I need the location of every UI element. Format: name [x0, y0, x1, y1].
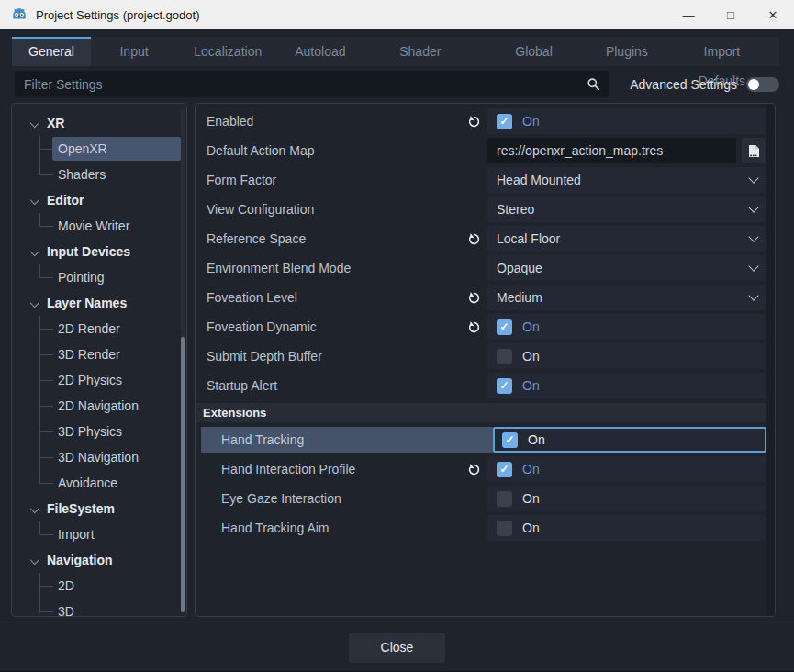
maximize-button[interactable]: □ [710, 0, 752, 29]
search-icon [587, 77, 600, 91]
tree-section-input-devices[interactable]: Input Devices [12, 239, 186, 264]
tab-localization[interactable]: Localization [177, 37, 278, 66]
revert-icon[interactable] [467, 320, 481, 334]
file-dialog-button[interactable] [742, 138, 766, 163]
main-panel-scrollbar[interactable] [766, 104, 775, 616]
tree-section-editor[interactable]: Editor [12, 187, 186, 213]
tree-section-xr[interactable]: XR [12, 110, 186, 136]
checkbox-startup-alert[interactable]: ✓ [497, 378, 512, 394]
setting-label: Environment Blend Mode [207, 261, 351, 275]
revert-icon[interactable] [467, 463, 481, 476]
chevron-down-icon[interactable] [30, 119, 39, 128]
advanced-settings-group: Advanced Settings [630, 77, 779, 92]
checkbox-hand-tracking-aim[interactable] [497, 521, 512, 536]
checkbox-state-label: On [522, 491, 540, 506]
tree-item-2d-navigation[interactable]: 2D Navigation [12, 393, 186, 419]
tree-section-layer-names[interactable]: Layer Names [12, 290, 186, 316]
tree-item-openxr[interactable]: OpenXR [12, 136, 186, 162]
action-map-path-field[interactable]: res://openxr_action_map.tres [487, 138, 736, 163]
tree-item-pointing[interactable]: Pointing [12, 264, 186, 290]
tree-item-2d-physics[interactable]: 2D Physics [12, 367, 186, 393]
chevron-down-icon[interactable] [30, 505, 39, 513]
tab-shader-globals[interactable]: Shader Globals [363, 37, 479, 66]
checkbox-foveation-dynamic[interactable]: ✓ [497, 319, 512, 335]
hand-tracking-value-focused: ✓ On [493, 427, 766, 453]
settings-tab-bar: General Input Map Localization Autoload … [12, 37, 779, 66]
foveation-level-dropdown[interactable]: Medium [487, 285, 766, 310]
checkbox-state-label: On [522, 378, 540, 393]
tree-item-movie-writer[interactable]: Movie Writer [12, 213, 186, 239]
filter-settings-search[interactable] [15, 71, 609, 97]
checkbox-submit-depth-buffer[interactable] [497, 349, 512, 364]
tab-plugins[interactable]: Plugins [589, 37, 665, 66]
close-window-button[interactable]: ✕ [752, 0, 794, 29]
setting-label: Submit Depth Buffer [207, 349, 322, 364]
setting-label: Foveation Dynamic [207, 319, 317, 334]
setting-row-enabled: Enabled ✓ On [196, 106, 766, 136]
revert-icon[interactable] [467, 115, 481, 129]
tree-item-navigation-3d[interactable]: 3D [12, 599, 186, 617]
tab-input-map[interactable]: Input Map [91, 37, 177, 66]
toggle-knob [748, 79, 759, 90]
setting-label: Enabled [207, 114, 253, 129]
tree-item-3d-render[interactable]: 3D Render [12, 342, 186, 367]
scrollbar-thumb[interactable] [181, 337, 185, 612]
setting-label: Hand Tracking Aim [221, 521, 330, 535]
setting-row-hand-tracking: Hand Tracking ✓ On [196, 425, 766, 454]
checkbox-state-label: On [522, 462, 540, 476]
tree-item-2d-render[interactable]: 2D Render [12, 316, 186, 342]
action-map-path-value: res://openxr_action_map.tres [497, 143, 663, 158]
checkbox-state-label: On [528, 432, 545, 447]
tab-import-defaults[interactable]: Import Defaults [665, 37, 779, 66]
tree-section-navigation[interactable]: Navigation [12, 547, 186, 573]
tree-section-filesystem[interactable]: FileSystem [12, 496, 186, 521]
checkbox-eye-gaze-interaction[interactable] [497, 491, 512, 507]
revert-icon[interactable] [467, 232, 481, 246]
reference-space-dropdown[interactable]: Local Floor [487, 226, 766, 252]
tab-general[interactable]: General [12, 37, 91, 66]
setting-label: View Configuration [207, 202, 314, 217]
chevron-down-icon[interactable] [30, 248, 39, 256]
tree-item-3d-physics[interactable]: 3D Physics [12, 419, 186, 444]
checkbox-state-label: On [522, 319, 540, 334]
tab-autoload[interactable]: Autoload [278, 37, 362, 66]
view-configuration-dropdown[interactable]: Stereo [487, 196, 766, 222]
chevron-down-icon [748, 290, 758, 300]
tree-item-import[interactable]: Import [12, 521, 186, 547]
revert-icon[interactable] [467, 291, 481, 305]
minimize-button[interactable]: — [667, 0, 710, 29]
chevron-down-icon [748, 231, 758, 241]
title-bar: Project Settings (project.godot) — □ ✕ [0, 0, 794, 29]
chevron-down-icon[interactable] [30, 299, 39, 308]
footer: Close [0, 622, 794, 672]
environment-blend-mode-dropdown[interactable]: Opaque [487, 255, 766, 281]
search-input[interactable] [24, 77, 587, 92]
chevron-down-icon[interactable] [30, 196, 39, 205]
extensions-section-header: Extensions [196, 403, 766, 422]
setting-label: Startup Alert [207, 378, 277, 393]
checkbox-hand-interaction-profile[interactable]: ✓ [497, 462, 512, 477]
setting-row-foveation-dynamic: Foveation Dynamic ✓ On [196, 312, 766, 342]
setting-row-submit-depth-buffer: Submit Depth Buffer On [196, 342, 766, 371]
setting-row-foveation-level: Foveation Level Medium [196, 283, 766, 312]
tree-item-avoidance[interactable]: Avoidance [12, 470, 186, 496]
tree-item-3d-navigation[interactable]: 3D Navigation [12, 444, 186, 470]
setting-row-eye-gaze-interaction: Eye Gaze Interaction On [196, 484, 766, 513]
setting-row-hand-tracking-aim: Hand Tracking Aim On [196, 513, 766, 543]
checkbox-hand-tracking[interactable]: ✓ [502, 432, 518, 448]
setting-label: Form Factor [207, 173, 276, 187]
tree-item-navigation-2d[interactable]: 2D [12, 573, 186, 599]
setting-label: Eye Gaze Interaction [221, 491, 341, 506]
tab-global-groups[interactable]: Global Groups [478, 37, 589, 66]
close-button[interactable]: Close [349, 633, 445, 663]
setting-label: Hand Tracking [221, 432, 304, 447]
setting-label: Default Action Map [207, 143, 315, 158]
tree-item-shaders[interactable]: Shaders [12, 162, 186, 187]
chevron-down-icon[interactable] [30, 556, 39, 565]
chevron-down-icon [748, 173, 758, 183]
sidebar-scrollbar[interactable] [181, 109, 185, 610]
setting-row-form-factor: Form Factor Head Mounted [196, 165, 766, 195]
form-factor-dropdown[interactable]: Head Mounted [487, 167, 766, 193]
checkbox-enabled[interactable]: ✓ [497, 114, 512, 129]
advanced-settings-toggle[interactable] [746, 77, 779, 92]
